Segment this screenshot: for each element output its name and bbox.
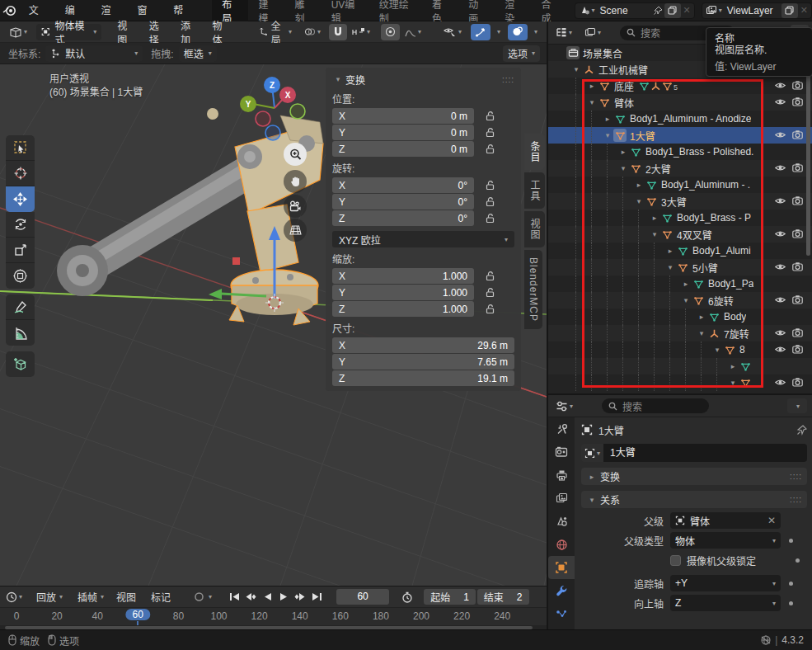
next-keyframe-button[interactable] xyxy=(293,590,307,605)
chevron-down-icon[interactable]: ▾ xyxy=(664,263,676,271)
chevron-down-icon[interactable]: ▾ xyxy=(680,296,692,304)
lock-icon[interactable] xyxy=(486,304,495,314)
frame-start-field[interactable]: 起始1 xyxy=(424,589,476,605)
menu-edit[interactable]: 编辑 xyxy=(56,2,92,20)
outliner-row[interactable]: ▸Body1_Brass - Polished. xyxy=(548,144,812,160)
track-axis-dropdown[interactable]: +Y ▾ xyxy=(670,575,781,591)
animate-decorator[interactable] xyxy=(789,539,793,543)
eye-icon[interactable] xyxy=(774,294,786,309)
lock-icon[interactable] xyxy=(486,111,495,121)
properties-search-input[interactable]: 搜索 xyxy=(602,398,709,413)
playback-menu[interactable]: 回放▾ xyxy=(31,589,68,605)
outliner-row[interactable]: ▾1大臂 xyxy=(548,127,812,144)
tab-tool-properties[interactable] xyxy=(548,417,575,440)
pan-view-button[interactable] xyxy=(284,170,307,193)
frame-tick[interactable]: 140 xyxy=(292,610,308,622)
outliner-row[interactable]: ▾5小臂 xyxy=(548,259,812,276)
viewport-3d[interactable]: 用户透视 (60) 场景集合 | 1大臂 Z X Y xyxy=(0,64,547,586)
animate-decorator[interactable] xyxy=(789,582,793,586)
eye-icon[interactable] xyxy=(774,228,786,243)
menu-help[interactable]: 帮助 xyxy=(164,2,200,20)
panel-grip[interactable]: :::: xyxy=(790,472,802,481)
camera-icon[interactable] xyxy=(791,376,804,391)
outliner-display-mode-button[interactable]: ▾ xyxy=(580,25,605,41)
camera-icon[interactable] xyxy=(791,96,804,111)
transform-位置-Y-field[interactable]: Y0 m xyxy=(332,125,474,140)
frame-tick[interactable]: 160 xyxy=(332,610,349,622)
outliner-editor-type-button[interactable]: ▾ xyxy=(552,25,576,41)
transform-缩放-Z-field[interactable]: Z1.000 xyxy=(332,301,474,317)
tab-scene-properties[interactable] xyxy=(548,510,575,533)
properties-editor-type-button[interactable]: ▾ xyxy=(552,398,577,414)
auto-key-dropdown[interactable]: ▾ xyxy=(209,593,212,601)
object-type-dropdown[interactable]: ▾ xyxy=(581,444,603,462)
overlays-dropdown[interactable]: ▾ xyxy=(528,24,542,40)
menu-render[interactable]: 渲染 xyxy=(92,2,129,20)
chevron-right-icon[interactable]: ▸ xyxy=(664,247,676,255)
pivot-point-dropdown[interactable]: ▾ xyxy=(300,24,325,40)
chevron-down-icon[interactable]: ▾ xyxy=(727,379,739,387)
outliner-row[interactable]: ▸Body1_Pa xyxy=(548,276,812,292)
measure-tool[interactable] xyxy=(6,320,35,346)
frame-tick[interactable]: 20 xyxy=(51,610,62,622)
eye-icon[interactable] xyxy=(774,129,786,144)
transform-panel-header[interactable]: ▸变换 :::: xyxy=(581,468,807,485)
frame-tick[interactable]: 200 xyxy=(413,610,429,622)
chevron-down-icon[interactable]: ▾ xyxy=(696,329,707,337)
lock-icon[interactable] xyxy=(486,271,495,281)
menu-select[interactable]: 选择 xyxy=(142,18,173,46)
transform-缩放-Y-field[interactable]: Y1.000 xyxy=(332,285,474,300)
camera-icon[interactable] xyxy=(791,261,804,276)
menu-add[interactable]: 添加 xyxy=(173,18,204,46)
timeline-view-menu[interactable]: 视图 xyxy=(109,590,143,604)
frame-tick[interactable]: 220 xyxy=(453,610,470,622)
show-overlays-toggle[interactable] xyxy=(508,24,528,40)
scene-selector[interactable]: ▾ Scene ✕ xyxy=(575,2,695,19)
camera-icon[interactable] xyxy=(791,327,804,341)
visibility-dropdown[interactable]: ▾ xyxy=(439,24,466,40)
copy-view-layer-button[interactable] xyxy=(781,3,798,18)
chevron-down-icon[interactable]: ▾ xyxy=(602,131,613,139)
outliner-row[interactable]: ▾8 xyxy=(548,341,812,358)
chevron-right-icon[interactable]: ▸ xyxy=(586,82,598,90)
frame-tick[interactable]: 180 xyxy=(373,610,389,622)
chevron-down-icon[interactable]: ▾ xyxy=(711,346,723,354)
transform-tool[interactable] xyxy=(6,263,35,289)
camera-icon[interactable] xyxy=(791,195,804,210)
tab-render-properties[interactable] xyxy=(548,440,575,464)
transform-尺寸-X-field[interactable]: X29.6 m xyxy=(332,337,514,353)
tab-blendermcp[interactable]: BlenderMCP xyxy=(524,250,542,329)
menu-window[interactable]: 窗口 xyxy=(128,2,164,20)
eye-icon[interactable] xyxy=(774,79,786,94)
play-button[interactable] xyxy=(276,590,291,605)
rotate-tool[interactable] xyxy=(6,212,35,238)
camera-icon[interactable] xyxy=(791,294,804,309)
tab-tool[interactable]: 工具 xyxy=(524,172,545,209)
panel-grip[interactable]: :::: xyxy=(790,495,802,504)
select-box-tool[interactable] xyxy=(6,135,35,161)
outliner-row[interactable]: ▾6旋转 xyxy=(548,292,812,309)
transform-旋转-X-field[interactable]: X0° xyxy=(332,177,474,193)
parent-type-dropdown[interactable]: 物体 ▾ xyxy=(670,532,781,549)
lock-icon[interactable] xyxy=(486,287,495,298)
clear-parent-button[interactable]: ✕ xyxy=(767,515,776,526)
blender-logo-icon[interactable] xyxy=(0,2,20,20)
annotate-tool[interactable] xyxy=(6,294,35,320)
animate-decorator[interactable] xyxy=(789,601,793,605)
proportional-falloff-dropdown[interactable]: ▾ xyxy=(401,24,425,40)
chevron-down-icon[interactable]: ▾ xyxy=(633,197,645,205)
tab-view[interactable]: 视图 xyxy=(524,211,545,247)
chevron-down-icon[interactable]: ▾ xyxy=(649,230,660,238)
tab-output-properties[interactable] xyxy=(548,464,575,487)
orientation-default-dropdown[interactable]: 默认 ▾ xyxy=(45,45,143,62)
outliner-row[interactable]: ▸Body1_Aluminum - Anodize xyxy=(548,111,812,127)
lock-icon[interactable] xyxy=(486,196,495,207)
timeline-editor-type-button[interactable]: ▾ xyxy=(2,589,26,605)
jump-to-start-button[interactable] xyxy=(227,590,242,605)
use-preview-range-toggle[interactable] xyxy=(397,589,417,605)
menu-view[interactable]: 视图 xyxy=(110,18,141,46)
up-axis-dropdown[interactable]: Z ▾ xyxy=(670,595,781,611)
snap-target-dropdown[interactable]: ▾ xyxy=(348,24,374,40)
previous-keyframe-button[interactable] xyxy=(243,590,258,605)
snap-toggle[interactable] xyxy=(329,24,347,40)
